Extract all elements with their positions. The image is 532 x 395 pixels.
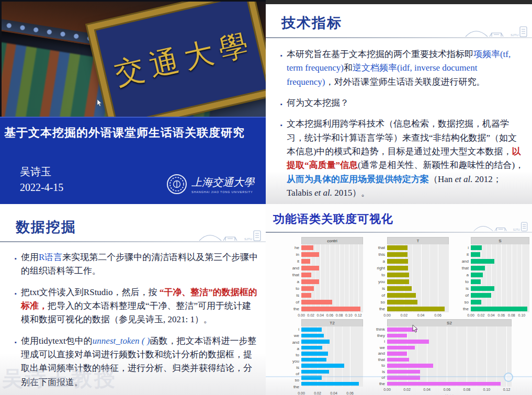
- university-plaque: 交通大學: [87, 2, 266, 117]
- gridline-major: [438, 244, 438, 312]
- y-axis-label: the: [371, 306, 387, 312]
- text-segment: et al.: [314, 188, 332, 198]
- bar-of: [387, 293, 416, 298]
- x-axis-ticks: 0.000.020.040.06: [301, 390, 363, 395]
- x-tick-label: 0.10: [345, 313, 353, 317]
- x-axis-ticks: 0.000.020.040.060.080.10: [471, 312, 529, 319]
- video-top-strip: [266, 0, 532, 4]
- y-axis-label: and: [286, 265, 301, 272]
- plot-area: [387, 244, 449, 312]
- video-progress-bar[interactable]: [266, 376, 532, 377]
- bar-i: [301, 328, 322, 332]
- x-tick-label: 0.04: [417, 313, 425, 317]
- gridline-minor: [496, 244, 497, 312]
- plaque-calligraphy: 交通大學: [105, 24, 258, 96]
- bar-he: [301, 245, 313, 250]
- gridline-major: [491, 244, 492, 312]
- bar-to: [301, 286, 314, 291]
- y-axis-label: the: [286, 306, 301, 312]
- bar-the: [301, 307, 360, 311]
- sjtu-logo-block: 上海交通大學 SHANGHAI JIAO TONG UNIVERSITY: [166, 174, 254, 195]
- x-tick-label: 0.06: [346, 391, 354, 395]
- title-rule: SJTU: [266, 37, 532, 38]
- bullet-text: 把txt文件读入到RStudio，然后，按 “干净、整洁”的数据框的标准，把导入…: [21, 286, 258, 327]
- gridline-minor: [344, 244, 345, 312]
- chart-panel-T: Tthatthisarighttoyouisofsothe0.000.020.0…: [371, 237, 449, 319]
- y-axis-labels: iweandatoyouisofsothe: [286, 326, 301, 390]
- y-axis-label: of: [286, 299, 301, 306]
- y-axis-label: it: [457, 251, 471, 258]
- x-tick-label: 0.06: [434, 313, 442, 317]
- bar-right: [387, 266, 408, 270]
- y-axis-label: is: [369, 369, 387, 375]
- slide-tech-indicators: 技术指标 SJTU ▪本研究旨在基于文本挖掘的两个重要技术指标即项频率(tf, …: [266, 0, 532, 204]
- skyline-sjtu-label: SJTU: [244, 238, 252, 241]
- sjtu-skyline-decoration: SJTU: [473, 220, 530, 232]
- text-segment: 使用: [21, 252, 39, 262]
- bar-think: [387, 328, 417, 332]
- facet-title: S: [471, 237, 529, 244]
- y-axis-label: of: [369, 375, 387, 381]
- y-axis-label: this: [371, 251, 387, 258]
- x-axis-ticks: 0.000.020.040.06: [387, 312, 449, 319]
- y-axis-label: you: [371, 278, 387, 285]
- bar-we: [387, 346, 415, 350]
- gridline-major: [522, 244, 522, 312]
- video-progress-knob[interactable]: [504, 373, 513, 382]
- skyline-sjtu-label: SJTU: [513, 228, 520, 231]
- slide-data-mining: 数据挖掘 SJTU ▪使用R语言来实现第二个步骤中的清洁语料以及第三个步骤中的组…: [0, 204, 266, 395]
- presentation-grid: 交通大學 基于文本挖掘的外语课堂师生话语关联度研究 吴诗玉 2022-4-15 …: [0, 0, 532, 395]
- bar-to: [471, 279, 481, 284]
- y-axis-label: they: [369, 333, 387, 339]
- gridline-major: [447, 326, 447, 387]
- y-axis-label: to: [286, 352, 301, 358]
- y-axis-label: the: [457, 306, 471, 312]
- bar-a: [387, 259, 408, 264]
- bullet-text: 文本挖掘利用跨学科技术（信息检索，数据挖掘，机器学习，统计学和计算语言学等）来查…: [287, 117, 525, 200]
- gridline-minor: [496, 326, 497, 387]
- skyline-sjtu-label: SJTU: [511, 33, 518, 37]
- chart-panel-contri: contriheinitandthatatoisofthe0.000.020.0…: [286, 237, 363, 319]
- facet-charts-row-2: T2iweandatoyouisofsothe0.000.020.040.06S…: [286, 319, 512, 395]
- x-tick-label: 0.02: [401, 313, 408, 317]
- bar-to: [387, 273, 409, 277]
- y-axis-label: so: [286, 377, 301, 383]
- x-tick-label: 0.10: [483, 388, 491, 391]
- x-tick-label: 0.02: [403, 388, 411, 391]
- bar-that: [471, 266, 485, 270]
- bar-a: [301, 279, 319, 284]
- facet-charts-row-1: contriheinitandthatatoisofthe0.000.020.0…: [286, 237, 529, 319]
- y-axis-label: that: [371, 244, 387, 251]
- gridline-major: [512, 244, 512, 312]
- y-axis-label: that: [369, 357, 387, 363]
- x-tick-label: 0.12: [503, 388, 511, 391]
- bar-that: [387, 358, 409, 362]
- gridline-major: [349, 244, 349, 312]
- chart-panel-T2: T2iweandatoyouisofsothe0.000.020.040.06: [286, 319, 363, 395]
- bar-in: [301, 252, 319, 257]
- gridline-minor: [354, 244, 354, 312]
- bar-a: [471, 273, 483, 277]
- bar-it: [301, 259, 310, 264]
- bar-this: [387, 252, 408, 257]
- bullet-item: ▪本研究旨在基于文本挖掘的两个重要技术指标即项频率(tf, term frequ…: [279, 48, 525, 89]
- bar-that: [301, 273, 311, 277]
- y-axis-label: of: [457, 292, 471, 299]
- gridline-minor: [335, 244, 335, 312]
- x-tick-label: 0.08: [463, 388, 471, 391]
- y-axis-label: is: [371, 285, 387, 292]
- plot-area: [301, 326, 363, 387]
- y-axis-label: and: [286, 340, 301, 346]
- gridline-minor: [342, 326, 343, 387]
- bar-the: [387, 307, 445, 311]
- x-axis-ticks: 0.000.020.040.060.080.100.12: [301, 312, 363, 319]
- text-segment: 把导入的文本语料整理成“干净、整洁”可用于统计建模和数据可视化的数据（参见吴诗玉…: [21, 301, 251, 324]
- bullet-item: ▪文本挖掘利用跨学科技术（信息检索，数据挖掘，机器学习，统计学和计算语言学等）来…: [279, 117, 525, 200]
- y-axis-label: we: [286, 333, 301, 339]
- y-axis-labels: iitandthatatoisofsothe: [457, 244, 471, 312]
- text-segment: ，对外语课堂师生话语关联度进行研究。: [325, 77, 485, 87]
- bar-is: [387, 370, 420, 374]
- title-rule: SJTU: [266, 232, 532, 233]
- text-segment: 项频率: [473, 49, 500, 59]
- bar-is: [387, 286, 412, 291]
